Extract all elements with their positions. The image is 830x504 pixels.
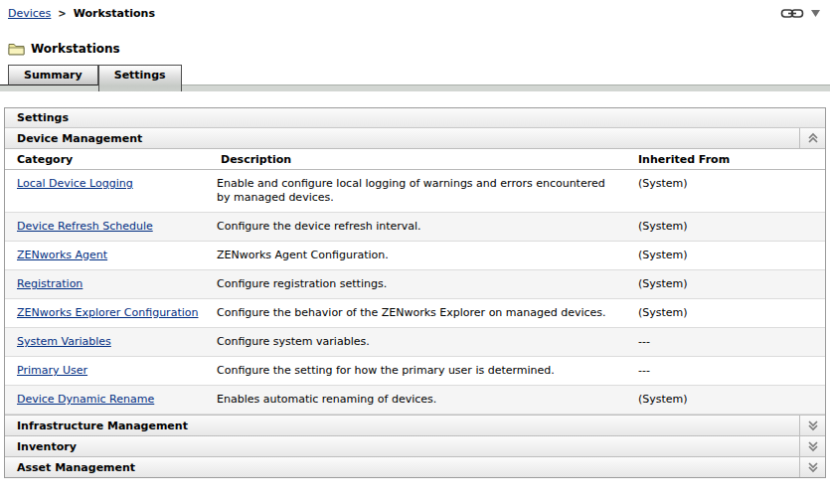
category-link[interactable]: Device Refresh Schedule: [17, 220, 153, 233]
expand-section-button[interactable]: [799, 436, 825, 456]
row-inherited: ---: [626, 328, 825, 356]
chevron-double-up-icon: [807, 132, 819, 144]
row-inherited: (System): [626, 170, 825, 212]
category-link[interactable]: Device Dynamic Rename: [17, 393, 154, 406]
row-inherited: ---: [626, 357, 825, 385]
breadcrumb: Devices > Workstations: [8, 7, 155, 20]
chevron-double-down-icon: [807, 420, 819, 431]
tab-strip-filler: [182, 65, 830, 85]
category-cell: Device Refresh Schedule: [5, 213, 209, 241]
collapse-section-button[interactable]: [799, 128, 825, 148]
tab-strip-lead: [0, 65, 8, 85]
category-link[interactable]: Local Device Logging: [17, 177, 133, 190]
chevron-double-down-icon: [807, 440, 819, 452]
category-cell: System Variables: [5, 328, 209, 356]
object-header: Workstations: [8, 40, 830, 57]
settings-panel: Settings Device Management Category Desc…: [4, 107, 826, 478]
tab-settings[interactable]: Settings: [98, 65, 182, 91]
tab-summary[interactable]: Summary: [8, 65, 98, 85]
section-inventory[interactable]: Inventory: [5, 435, 825, 456]
category-cell: Device Dynamic Rename: [5, 386, 209, 414]
folder-icon: [8, 42, 25, 56]
row-inherited: (System): [626, 386, 825, 414]
expand-section-button[interactable]: [799, 457, 825, 477]
row-description: Configure the device refresh interval.: [209, 213, 626, 241]
table-row: System Variables Configure system variab…: [5, 328, 825, 357]
expand-section-button[interactable]: [799, 416, 825, 435]
chain-link-icon[interactable]: [780, 8, 804, 19]
table-row: Device Refresh Schedule Configure the de…: [5, 213, 825, 242]
row-inherited: (System): [626, 213, 825, 241]
section-device-management-label: Device Management: [5, 128, 799, 148]
category-cell: ZENworks Agent: [5, 242, 209, 269]
tab-strip: Summary Settings: [0, 65, 830, 85]
page-title: Workstations: [31, 42, 120, 56]
table-row: Primary User Configure the setting for h…: [5, 357, 825, 386]
category-link[interactable]: ZENworks Explorer Configuration: [17, 306, 198, 319]
section-asset-management[interactable]: Asset Management: [5, 456, 825, 477]
category-link[interactable]: Primary User: [17, 364, 87, 377]
table-row: Local Device Logging Enable and configur…: [5, 170, 825, 213]
section-inventory-label: Inventory: [5, 436, 799, 456]
column-header-description: Description: [209, 149, 626, 169]
row-description: ZENworks Agent Configuration.: [209, 242, 626, 269]
breadcrumb-link-devices[interactable]: Devices: [8, 7, 51, 20]
table-row: ZENworks Explorer Configuration Configur…: [5, 299, 825, 328]
table-row: Device Dynamic Rename Enables automatic …: [5, 386, 825, 415]
section-infrastructure-management-label: Infrastructure Management: [5, 416, 799, 435]
category-link[interactable]: Registration: [17, 277, 83, 290]
category-cell: Local Device Logging: [5, 170, 209, 212]
row-description: Enables automatic renaming of devices.: [209, 386, 626, 414]
row-description: Enable and configure local logging of wa…: [209, 170, 626, 212]
table-row: ZENworks Agent ZENworks Agent Configurat…: [5, 242, 825, 270]
row-description: Configure registration settings.: [209, 270, 626, 298]
row-inherited: (System): [626, 242, 825, 269]
section-infrastructure-management[interactable]: Infrastructure Management: [5, 415, 825, 435]
dropdown-arrow-icon[interactable]: [811, 10, 820, 17]
breadcrumb-current: Workstations: [74, 7, 155, 20]
category-link[interactable]: ZENworks Agent: [17, 249, 107, 261]
column-header-inherited-from: Inherited From: [626, 149, 825, 169]
table-header-row: Category Description Inherited From: [5, 149, 825, 170]
table-row: Registration Configure registration sett…: [5, 270, 825, 299]
panel-title: Settings: [5, 108, 825, 128]
category-cell: ZENworks Explorer Configuration: [5, 299, 209, 327]
row-description: Configure the behavior of the ZENworks E…: [209, 299, 626, 327]
breadcrumb-separator: >: [58, 8, 66, 19]
top-right-icons: [780, 8, 822, 19]
row-description: Configure system variables.: [209, 328, 626, 356]
category-cell: Primary User: [5, 357, 209, 385]
section-asset-management-label: Asset Management: [5, 457, 799, 477]
row-description: Configure the setting for how the primar…: [209, 357, 626, 385]
category-link[interactable]: System Variables: [17, 335, 111, 348]
category-cell: Registration: [5, 270, 209, 298]
breadcrumb-bar: Devices > Workstations: [0, 0, 830, 22]
chevron-double-down-icon: [807, 461, 819, 473]
row-inherited: (System): [626, 299, 825, 327]
column-header-category: Category: [5, 149, 209, 169]
row-inherited: (System): [626, 270, 825, 298]
section-device-management[interactable]: Device Management: [5, 128, 825, 149]
